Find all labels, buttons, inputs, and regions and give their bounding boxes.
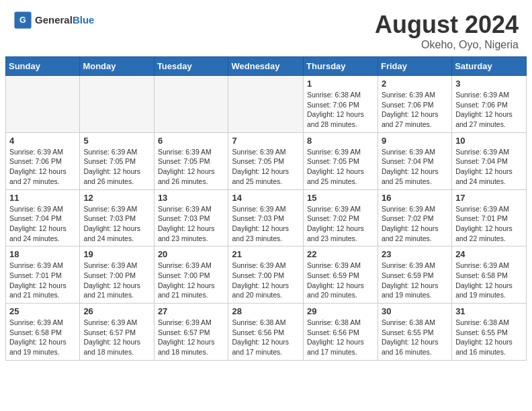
col-wednesday: Wednesday	[228, 57, 304, 76]
day-cell-0-1	[80, 76, 154, 133]
day-cell-2-5: 16Sunrise: 6:39 AMSunset: 7:02 PMDayligh…	[378, 189, 451, 246]
title-block: August 2024 Okeho, Oyo, Nigeria	[375, 11, 519, 51]
col-friday: Friday	[378, 57, 451, 76]
day-number: 30	[382, 306, 448, 316]
day-info: Sunrise: 6:39 AMSunset: 6:57 PMDaylight:…	[83, 318, 150, 357]
col-saturday: Saturday	[452, 57, 527, 76]
day-number: 8	[307, 136, 374, 146]
day-cell-0-0	[6, 76, 80, 133]
day-cell-2-3: 14Sunrise: 6:39 AMSunset: 7:03 PMDayligh…	[228, 189, 304, 246]
day-cell-3-2: 20Sunrise: 6:39 AMSunset: 7:00 PMDayligh…	[154, 246, 228, 304]
day-cell-1-3: 7Sunrise: 6:39 AMSunset: 7:05 PMDaylight…	[228, 132, 304, 189]
day-cell-2-1: 12Sunrise: 6:39 AMSunset: 7:03 PMDayligh…	[80, 189, 154, 246]
day-info: Sunrise: 6:38 AMSunset: 6:56 PMDaylight:…	[232, 318, 300, 357]
logo-general: General	[35, 14, 73, 26]
week-row-1: 1Sunrise: 6:38 AMSunset: 7:06 PMDaylight…	[6, 76, 527, 133]
day-info: Sunrise: 6:39 AMSunset: 6:59 PMDaylight:…	[307, 261, 374, 300]
day-number: 23	[382, 249, 448, 259]
day-cell-4-1: 26Sunrise: 6:39 AMSunset: 6:57 PMDayligh…	[80, 304, 154, 361]
day-number: 18	[9, 249, 76, 259]
day-number: 4	[9, 136, 76, 146]
day-cell-4-6: 31Sunrise: 6:38 AMSunset: 6:55 PMDayligh…	[452, 304, 527, 361]
day-number: 14	[232, 193, 300, 203]
calendar-title: August 2024	[375, 11, 519, 39]
day-info: Sunrise: 6:39 AMSunset: 7:00 PMDaylight:…	[158, 261, 225, 300]
day-cell-1-0: 4Sunrise: 6:39 AMSunset: 7:06 PMDaylight…	[6, 132, 80, 189]
day-number: 3	[455, 79, 523, 89]
day-info: Sunrise: 6:39 AMSunset: 7:04 PMDaylight:…	[455, 147, 523, 187]
day-info: Sunrise: 6:39 AMSunset: 6:58 PMDaylight:…	[9, 318, 76, 357]
day-cell-0-5: 2Sunrise: 6:39 AMSunset: 7:06 PMDaylight…	[378, 76, 451, 133]
day-cell-4-3: 28Sunrise: 6:38 AMSunset: 6:56 PMDayligh…	[228, 304, 304, 361]
logo-blue: Blue	[73, 14, 95, 26]
day-info: Sunrise: 6:39 AMSunset: 7:06 PMDaylight:…	[382, 90, 448, 130]
day-info: Sunrise: 6:39 AMSunset: 7:06 PMDaylight:…	[9, 147, 76, 187]
day-info: Sunrise: 6:39 AMSunset: 7:03 PMDaylight:…	[158, 204, 225, 244]
day-info: Sunrise: 6:39 AMSunset: 7:04 PMDaylight:…	[9, 204, 76, 244]
day-cell-0-3	[228, 76, 304, 133]
day-number: 15	[307, 193, 374, 203]
day-number: 2	[382, 79, 448, 89]
day-info: Sunrise: 6:39 AMSunset: 7:02 PMDaylight:…	[307, 204, 374, 244]
day-info: Sunrise: 6:39 AMSunset: 7:04 PMDaylight:…	[382, 147, 448, 187]
day-info: Sunrise: 6:38 AMSunset: 6:55 PMDaylight:…	[455, 318, 523, 357]
week-row-3: 11Sunrise: 6:39 AMSunset: 7:04 PMDayligh…	[6, 189, 527, 246]
day-info: Sunrise: 6:39 AMSunset: 7:01 PMDaylight:…	[455, 204, 523, 244]
day-cell-3-4: 22Sunrise: 6:39 AMSunset: 6:59 PMDayligh…	[304, 246, 378, 304]
col-thursday: Thursday	[304, 57, 378, 76]
weekday-header-row: Sunday Monday Tuesday Wednesday Thursday…	[6, 57, 527, 76]
day-number: 21	[232, 249, 300, 259]
page-header: G GeneralBlue August 2024 Okeho, Oyo, Ni…	[0, 0, 532, 56]
day-info: Sunrise: 6:39 AMSunset: 6:59 PMDaylight:…	[382, 261, 448, 300]
day-number: 9	[382, 136, 448, 146]
day-number: 6	[158, 136, 225, 146]
logo-icon: G	[13, 11, 32, 30]
day-info: Sunrise: 6:39 AMSunset: 7:06 PMDaylight:…	[455, 90, 523, 130]
calendar-location: Okeho, Oyo, Nigeria	[375, 39, 519, 51]
day-cell-3-3: 21Sunrise: 6:39 AMSunset: 7:00 PMDayligh…	[228, 246, 304, 304]
day-info: Sunrise: 6:39 AMSunset: 7:05 PMDaylight:…	[158, 147, 225, 187]
day-cell-0-6: 3Sunrise: 6:39 AMSunset: 7:06 PMDaylight…	[452, 76, 527, 133]
day-number: 28	[232, 306, 300, 316]
day-info: Sunrise: 6:39 AMSunset: 7:01 PMDaylight:…	[9, 261, 76, 300]
day-number: 20	[158, 249, 225, 259]
day-info: Sunrise: 6:39 AMSunset: 7:03 PMDaylight:…	[232, 204, 300, 244]
calendar-wrap: Sunday Monday Tuesday Wednesday Thursday…	[0, 56, 532, 366]
day-cell-3-1: 19Sunrise: 6:39 AMSunset: 7:00 PMDayligh…	[80, 246, 154, 304]
day-number: 10	[455, 136, 523, 146]
day-number: 16	[382, 193, 448, 203]
day-number: 12	[83, 193, 150, 203]
day-info: Sunrise: 6:39 AMSunset: 7:00 PMDaylight:…	[232, 261, 300, 300]
day-number: 5	[83, 136, 150, 146]
day-cell-4-5: 30Sunrise: 6:38 AMSunset: 6:55 PMDayligh…	[378, 304, 451, 361]
day-cell-2-0: 11Sunrise: 6:39 AMSunset: 7:04 PMDayligh…	[6, 189, 80, 246]
day-info: Sunrise: 6:39 AMSunset: 6:58 PMDaylight:…	[455, 261, 523, 300]
day-cell-1-2: 6Sunrise: 6:39 AMSunset: 7:05 PMDaylight…	[154, 132, 228, 189]
day-cell-1-4: 8Sunrise: 6:39 AMSunset: 7:05 PMDaylight…	[304, 132, 378, 189]
col-monday: Monday	[80, 57, 154, 76]
week-row-2: 4Sunrise: 6:39 AMSunset: 7:06 PMDaylight…	[6, 132, 527, 189]
day-cell-1-5: 9Sunrise: 6:39 AMSunset: 7:04 PMDaylight…	[378, 132, 451, 189]
day-number: 1	[307, 79, 374, 89]
day-number: 27	[158, 306, 225, 316]
day-cell-3-0: 18Sunrise: 6:39 AMSunset: 7:01 PMDayligh…	[6, 246, 80, 304]
day-number: 11	[9, 193, 76, 203]
day-number: 24	[455, 249, 523, 259]
day-cell-4-0: 25Sunrise: 6:39 AMSunset: 6:58 PMDayligh…	[6, 304, 80, 361]
day-number: 13	[158, 193, 225, 203]
day-cell-1-1: 5Sunrise: 6:39 AMSunset: 7:05 PMDaylight…	[80, 132, 154, 189]
col-tuesday: Tuesday	[154, 57, 228, 76]
day-cell-4-2: 27Sunrise: 6:39 AMSunset: 6:57 PMDayligh…	[154, 304, 228, 361]
day-info: Sunrise: 6:38 AMSunset: 6:55 PMDaylight:…	[382, 318, 448, 357]
day-cell-0-2	[154, 76, 228, 133]
day-cell-2-2: 13Sunrise: 6:39 AMSunset: 7:03 PMDayligh…	[154, 189, 228, 246]
svg-text:G: G	[19, 15, 26, 25]
day-cell-2-6: 17Sunrise: 6:39 AMSunset: 7:01 PMDayligh…	[452, 189, 527, 246]
day-number: 25	[9, 306, 76, 316]
day-cell-4-4: 29Sunrise: 6:38 AMSunset: 6:56 PMDayligh…	[304, 304, 378, 361]
week-row-4: 18Sunrise: 6:39 AMSunset: 7:01 PMDayligh…	[6, 246, 527, 304]
day-number: 31	[455, 306, 523, 316]
day-info: Sunrise: 6:38 AMSunset: 6:56 PMDaylight:…	[307, 318, 374, 357]
day-info: Sunrise: 6:38 AMSunset: 7:06 PMDaylight:…	[307, 90, 374, 130]
calendar-body: 1Sunrise: 6:38 AMSunset: 7:06 PMDaylight…	[6, 76, 527, 361]
